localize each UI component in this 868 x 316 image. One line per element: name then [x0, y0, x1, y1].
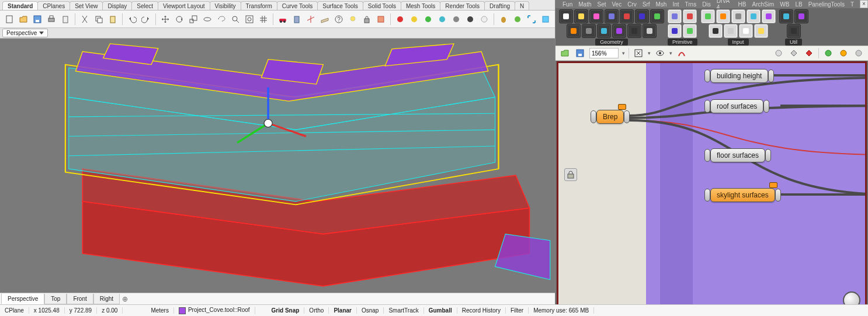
viewport-title-dropdown[interactable]: Perspective [2, 29, 48, 37]
sphere-white-icon[interactable] [478, 13, 490, 25]
gh-tab-vec[interactable]: Vec [612, 1, 622, 8]
node-output-grip[interactable] [765, 149, 771, 162]
gh-tab-srf[interactable]: Srf [643, 1, 650, 8]
add-view-tab-button[interactable]: ⊕ [120, 295, 130, 303]
tab-curvetools[interactable]: Curve Tools [277, 1, 318, 10]
toggle-ortho[interactable]: Ortho [304, 307, 329, 314]
node-input-grip[interactable] [704, 189, 710, 202]
gh-preview-off-icon[interactable] [853, 47, 864, 59]
gh-sketch-icon[interactable] [676, 47, 688, 59]
gh-component-icon[interactable] [620, 9, 634, 23]
render-icon[interactable] [375, 13, 387, 25]
gh-component-icon[interactable] [643, 24, 657, 38]
gh-component-icon[interactable] [701, 9, 715, 23]
gh-component-icon[interactable] [589, 9, 603, 23]
gh-component-icon[interactable] [731, 9, 745, 23]
gh-tab-hb[interactable]: HB [738, 1, 747, 8]
gh-component-icon[interactable] [605, 9, 619, 23]
gh-component-icon[interactable] [779, 9, 793, 23]
tab-more[interactable]: N [515, 1, 529, 10]
gh-tab-wb[interactable]: WB [780, 1, 789, 8]
toggle-record-history[interactable]: Record History [457, 307, 506, 314]
gh-tab-trns[interactable]: Trns [685, 1, 697, 8]
gh-node-roof-surfaces[interactable]: roof surfaces [704, 99, 769, 113]
gh-component-icon[interactable] [574, 9, 588, 23]
gh-group-label[interactable]: Util [785, 39, 802, 46]
tab-transform[interactable]: Transform [241, 1, 277, 10]
gh-tab-int[interactable]: Int [672, 1, 679, 8]
gh-component-icon[interactable] [754, 24, 768, 38]
gh-save-icon[interactable] [574, 47, 586, 59]
tab-visibility[interactable]: Visibility [210, 1, 241, 10]
tab-setview[interactable]: Set View [70, 1, 103, 10]
move-icon[interactable] [159, 13, 171, 25]
tab-meshtools[interactable]: Mesh Tools [401, 1, 440, 10]
plugin-icon[interactable] [540, 13, 551, 25]
gh-tab-dis[interactable]: Dis [702, 1, 710, 8]
gh-component-icon[interactable] [582, 24, 596, 38]
toggle-osnap[interactable]: Osnap [357, 307, 384, 314]
grid-icon[interactable] [258, 13, 269, 25]
rotate3d-icon[interactable] [202, 13, 213, 25]
rotate-icon[interactable] [173, 13, 185, 25]
toggle-gridsnap[interactable]: Grid Snap [267, 307, 305, 314]
tab-select[interactable]: Select [131, 1, 158, 10]
gh-group-label[interactable]: Input [728, 39, 749, 46]
gh-component-icon[interactable] [668, 24, 682, 38]
gh-component-icon[interactable] [683, 24, 697, 38]
lock-icon[interactable] [361, 13, 373, 25]
gh-tab-archsim[interactable]: ArchSim [752, 1, 774, 8]
gh-component-icon[interactable] [668, 9, 682, 23]
car-icon[interactable] [277, 13, 289, 25]
tab-drafting[interactable]: Drafting [484, 1, 515, 10]
gh-preview-green-icon[interactable] [822, 47, 834, 59]
node-output-grip[interactable] [624, 110, 630, 123]
view-tab-front[interactable]: Front [67, 294, 93, 304]
zoom-icon[interactable] [230, 13, 241, 25]
gh-tab-fun[interactable]: Fun [563, 1, 572, 8]
gh-component-icon[interactable] [635, 9, 649, 23]
gh-tab-math[interactable]: Math [578, 1, 591, 8]
sphere-green-icon[interactable] [422, 13, 434, 25]
print-icon[interactable] [46, 13, 57, 25]
redo-icon[interactable] [140, 13, 152, 25]
help-icon[interactable]: ? [333, 13, 345, 25]
gh-preview-half-icon[interactable] [838, 47, 849, 59]
building-icon[interactable] [291, 13, 303, 25]
plane-icon[interactable] [319, 13, 331, 25]
gh-tab-crv[interactable]: Crv [627, 1, 637, 8]
gh-component-icon[interactable] [612, 24, 626, 38]
sphere-cyan-icon[interactable] [436, 13, 448, 25]
sphere-dark-icon[interactable] [464, 13, 476, 25]
gh-component-icon[interactable] [739, 24, 753, 38]
save-icon[interactable] [32, 13, 43, 25]
gh-preview-icon[interactable] [654, 47, 666, 59]
gh-node-floor-surfaces[interactable]: floor surfaces [704, 148, 771, 162]
axis-icon[interactable] [305, 13, 317, 25]
gh-group-label[interactable]: Geometry [595, 39, 628, 46]
sphere-grey-icon[interactable] [450, 13, 462, 25]
grasshopper-icon[interactable] [512, 13, 523, 25]
gh-zoom-input[interactable] [589, 48, 619, 58]
gh-shade-red-icon[interactable] [803, 47, 815, 59]
cut-icon[interactable] [79, 13, 91, 25]
status-units[interactable]: Meters [146, 307, 174, 314]
sphere-yellow-icon[interactable] [408, 13, 420, 25]
gh-component-icon[interactable] [597, 24, 611, 38]
tab-viewportlayout[interactable]: Viewport Layout [158, 1, 210, 10]
gh-tab-lb[interactable]: LB [795, 1, 802, 8]
light-icon[interactable] [347, 13, 359, 25]
gh-shade-icon[interactable] [788, 47, 800, 59]
gh-component-icon[interactable] [650, 9, 664, 23]
toggle-gumball[interactable]: Gumball [424, 307, 457, 314]
gh-group-label[interactable]: Primitive [668, 39, 697, 46]
gh-canvas[interactable]: Brep building height roof surfaces floo [557, 61, 867, 315]
toggle-planar[interactable]: Planar [329, 307, 357, 314]
gh-component-icon[interactable] [747, 9, 761, 23]
gh-lock-icon[interactable] [564, 168, 577, 181]
node-input-grip[interactable] [591, 110, 596, 123]
copy-icon[interactable] [93, 13, 105, 25]
gh-tab-msh[interactable]: Msh [656, 1, 667, 8]
paste-icon[interactable] [107, 13, 119, 25]
rhino-viewport[interactable] [0, 39, 555, 293]
